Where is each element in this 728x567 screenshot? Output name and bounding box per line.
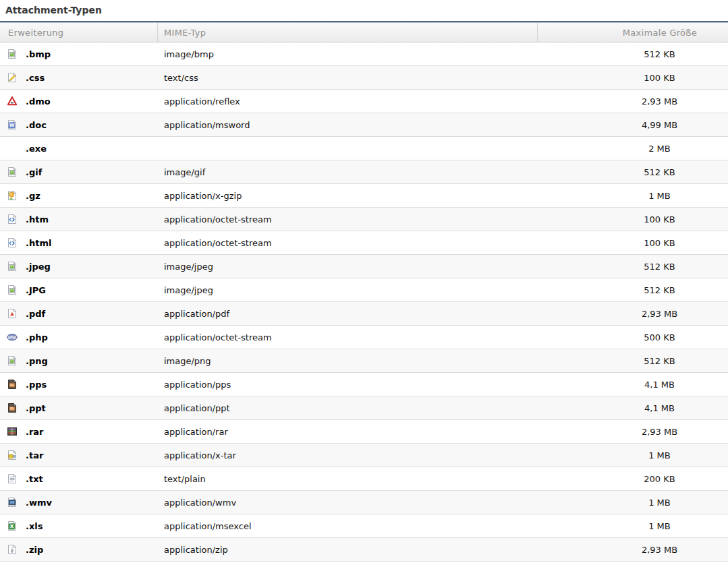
text-file-icon xyxy=(7,473,18,484)
attachment-type-row[interactable]: .htm application/octet-stream 100 KB xyxy=(0,208,728,231)
tar-file-icon xyxy=(7,450,18,460)
extension-cell: .txt xyxy=(0,473,157,484)
extension-label: .pps xyxy=(26,380,47,390)
max-size-value: 2,93 MB xyxy=(537,309,728,319)
extension-cell: .pps xyxy=(0,379,157,390)
attachment-type-row[interactable]: .zip application/zip 2,93 MB xyxy=(0,538,728,562)
column-header-extension: Erweiterung xyxy=(0,23,157,42)
extension-label: .tar xyxy=(26,450,43,460)
extension-cell: .htm xyxy=(0,214,157,225)
max-size-value: 1 MB xyxy=(537,450,728,460)
mime-type-value: application/msword xyxy=(157,120,537,130)
mime-type-value: image/gif xyxy=(157,167,537,177)
attachment-type-row[interactable]: .exe 2 MB xyxy=(0,137,728,160)
extension-label: .rar xyxy=(26,427,44,437)
extension-cell: .JPG xyxy=(0,285,157,295)
mime-type-value: application/x-gzip xyxy=(157,191,537,201)
attachment-type-row[interactable]: .pps application/pps 4,1 MB xyxy=(0,373,728,396)
mime-type-value: image/jpeg xyxy=(157,262,537,272)
attachment-type-row[interactable]: .ppt application/ppt 4,1 MB xyxy=(0,396,728,420)
max-size-value: 1 MB xyxy=(537,498,728,508)
extension-label: .htm xyxy=(26,214,49,225)
max-size-value: 512 KB xyxy=(537,285,728,295)
image-file-icon xyxy=(7,355,18,366)
mime-type-value: application/octet-stream xyxy=(157,214,537,225)
column-header-max-size: Maximale Größe xyxy=(537,23,728,42)
max-size-value: 1 MB xyxy=(537,191,728,201)
max-size-value: 500 KB xyxy=(537,332,728,342)
attachment-type-row[interactable]: X .xls application/msexcel 1 MB xyxy=(0,514,728,538)
attachment-type-row[interactable]: .wmv application/wmv 1 MB xyxy=(0,491,728,514)
extension-cell: .bmp xyxy=(0,49,157,59)
attachment-type-row[interactable]: .css text/css 100 KB xyxy=(0,66,728,90)
max-size-value: 1 MB xyxy=(537,521,728,531)
extension-label: .ppt xyxy=(26,403,46,413)
attachment-type-row[interactable]: php .php application/octet-stream 500 KB xyxy=(0,326,728,349)
powerpoint-file-icon xyxy=(7,379,18,390)
html-file-icon xyxy=(7,237,18,248)
attachment-type-row[interactable]: .jpeg image/jpeg 512 KB xyxy=(0,255,728,278)
extension-cell: .css xyxy=(0,72,157,83)
mime-type-value: image/png xyxy=(157,356,537,366)
mime-type-value: image/bmp xyxy=(157,49,537,59)
attachment-type-row[interactable]: .tar application/x-tar 1 MB xyxy=(0,444,728,467)
attachment-type-row[interactable]: .pdf application/pdf 2,93 MB xyxy=(0,302,728,326)
mime-type-value: image/jpeg xyxy=(157,285,537,295)
attachment-type-row[interactable]: .gif image/gif 512 KB xyxy=(0,160,728,184)
max-size-value: 100 KB xyxy=(537,238,728,248)
pdf-file-icon xyxy=(7,308,18,319)
attachment-type-row[interactable]: W .doc application/msword 4,99 MB xyxy=(0,113,728,137)
no-icon xyxy=(7,143,18,154)
mime-type-value: application/msexcel xyxy=(157,521,537,531)
extension-label: .txt xyxy=(26,474,43,484)
extension-label: .doc xyxy=(26,120,47,130)
mime-type-value: application/zip xyxy=(157,545,537,555)
image-file-icon xyxy=(7,49,18,59)
extension-cell: .wmv xyxy=(0,497,157,508)
image-file-icon xyxy=(7,167,18,177)
html-file-icon xyxy=(7,214,18,225)
attachment-type-row[interactable]: .dmo application/reflex 2,93 MB xyxy=(0,90,728,113)
mime-type-value: application/pps xyxy=(157,380,537,390)
extension-label: .png xyxy=(26,356,48,366)
extension-cell: .jpeg xyxy=(0,261,157,272)
column-header-mime-type: MIME-Typ xyxy=(157,23,537,42)
extension-label: .gif xyxy=(26,167,42,177)
svg-text:php: php xyxy=(8,335,16,340)
image-file-icon xyxy=(7,261,18,272)
extension-label: .html xyxy=(26,238,51,248)
table-body: .bmp image/bmp 512 KB .css text/css 100 … xyxy=(0,42,728,562)
extension-label: .pdf xyxy=(26,309,45,319)
svg-text:X: X xyxy=(10,524,14,529)
css-file-icon xyxy=(7,72,18,83)
attachment-type-row[interactable]: .html application/octet-stream 100 KB xyxy=(0,231,728,255)
mime-type-value: application/reflex xyxy=(157,96,537,107)
extension-cell: .gz xyxy=(0,190,157,201)
svg-text:W: W xyxy=(9,123,15,128)
rar-file-icon xyxy=(7,426,18,437)
max-size-value: 2 MB xyxy=(537,144,728,154)
attachment-type-row[interactable]: .bmp image/bmp 512 KB xyxy=(0,42,728,66)
attachment-type-row[interactable]: .gz application/x-gzip 1 MB xyxy=(0,184,728,208)
max-size-value: 2,93 MB xyxy=(537,427,728,437)
video-file-icon xyxy=(7,497,18,508)
mime-type-value: text/plain xyxy=(157,474,537,484)
extension-label: .JPG xyxy=(26,285,46,295)
mime-type-value: application/octet-stream xyxy=(157,332,537,342)
gzip-file-icon xyxy=(7,190,18,201)
attachment-type-row[interactable]: .rar application/rar 2,93 MB xyxy=(0,420,728,444)
max-size-value: 512 KB xyxy=(537,167,728,177)
max-size-value: 200 KB xyxy=(537,474,728,484)
attachment-type-row[interactable]: .JPG image/jpeg 512 KB xyxy=(0,278,728,302)
extension-cell: .ppt xyxy=(0,402,157,413)
extension-cell: .zip xyxy=(0,544,157,555)
mime-type-value: application/octet-stream xyxy=(157,238,537,248)
attachment-type-row[interactable]: .txt text/plain 200 KB xyxy=(0,467,728,491)
mime-type-value: application/wmv xyxy=(157,498,537,508)
extension-label: .dmo xyxy=(26,96,51,107)
page-title: Attachment-Typen xyxy=(0,0,728,21)
excel-file-icon: X xyxy=(7,520,18,531)
extension-cell: .html xyxy=(0,237,157,248)
attachment-type-row[interactable]: .png image/png 512 KB xyxy=(0,349,728,373)
attachment-types-table: Erweiterung MIME-Typ Maximale Größe .bmp… xyxy=(0,21,728,562)
